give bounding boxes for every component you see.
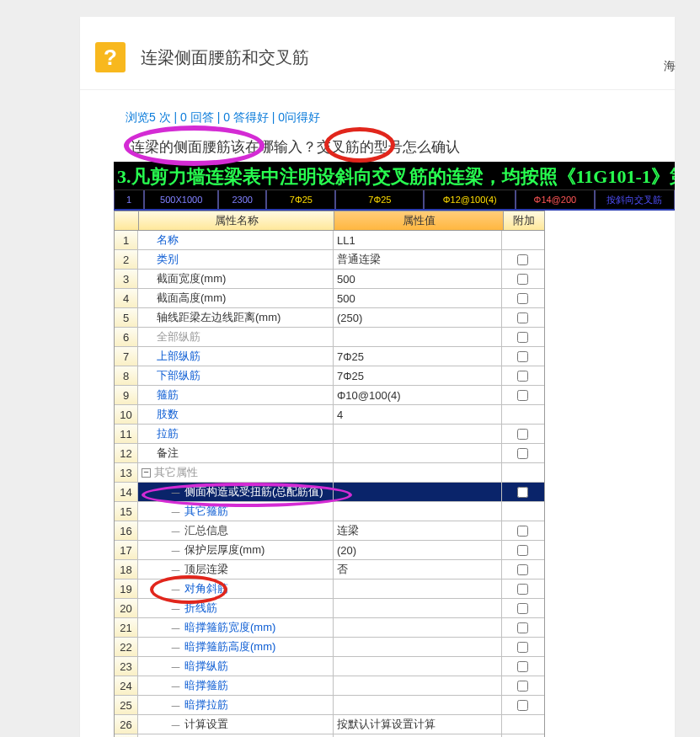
row-value[interactable] [334, 696, 502, 714]
addon-checkbox[interactable] [517, 254, 528, 265]
row-name[interactable]: ⸺汇总信息 [138, 521, 334, 540]
row-name[interactable]: ⸺其它箍筋 [138, 502, 334, 521]
row-value[interactable]: 500 [334, 289, 502, 307]
addon-checkbox[interactable] [517, 661, 528, 672]
row-value[interactable]: (20) [334, 541, 502, 559]
row-value[interactable] [334, 599, 502, 617]
table-row[interactable]: 23⸺暗撑纵筋 [115, 657, 544, 676]
table-row[interactable]: 12备注 [115, 444, 544, 463]
row-value[interactable] [334, 638, 502, 656]
table-row[interactable]: 2类别普通连梁 [115, 250, 544, 270]
addon-checkbox[interactable] [517, 351, 528, 362]
row-value[interactable] [334, 444, 502, 462]
row-value[interactable]: LL1 [334, 231, 502, 249]
addon-checkbox[interactable] [517, 564, 528, 575]
row-name[interactable]: ⸺折线筋 [138, 599, 334, 617]
row-name[interactable]: ⸺侧面构造或受扭筋(总配筋值) [138, 483, 334, 501]
addon-checkbox[interactable] [517, 603, 528, 614]
row-name[interactable]: 拉筋 [138, 425, 334, 443]
row-value[interactable]: Φ10@100(4) [334, 386, 502, 404]
row-name[interactable]: 下部纵筋 [138, 366, 334, 385]
row-value[interactable] [334, 463, 502, 482]
row-name[interactable]: 截面宽度(mm) [138, 270, 334, 288]
table-row[interactable]: 4截面高度(mm)500 [115, 289, 544, 308]
table-row[interactable]: 10肢数4 [115, 405, 544, 425]
row-name[interactable]: ⸺对角斜筋 [138, 579, 334, 598]
row-name[interactable]: ⸺暗撑拉筋 [138, 696, 334, 714]
row-value[interactable]: 500 [334, 270, 502, 288]
row-value[interactable] [334, 618, 502, 637]
row-name[interactable]: 上部纵筋 [138, 347, 334, 366]
row-name[interactable]: 名称 [138, 231, 334, 249]
row-name[interactable]: 轴线距梁左边线距离(mm) [138, 308, 334, 327]
table-row[interactable]: 9箍筋Φ10@100(4) [115, 386, 544, 405]
row-name[interactable]: 截面高度(mm) [138, 289, 334, 307]
row-name[interactable]: 肢数 [138, 405, 334, 424]
row-name[interactable]: 备注 [138, 444, 334, 462]
addon-checkbox[interactable] [517, 332, 528, 343]
row-name[interactable]: ⸺顶层连梁 [138, 560, 334, 579]
table-row[interactable]: 8下部纵筋7Φ25 [115, 366, 544, 386]
row-name[interactable]: ⸺暗撑箍筋高度(mm) [138, 638, 334, 656]
addon-checkbox[interactable] [517, 448, 528, 459]
addon-checkbox[interactable] [517, 487, 528, 498]
addon-checkbox[interactable] [517, 545, 528, 556]
table-row[interactable]: 15⸺其它箍筋 [115, 502, 544, 521]
table-row[interactable]: 22⸺暗撑箍筋高度(mm) [115, 638, 544, 657]
stats-line[interactable]: 浏览5 次 | 0 回答 | 0 答得好 | 0问得好 [126, 110, 675, 126]
table-row[interactable]: 1名称LL1 [115, 231, 544, 250]
table-row[interactable]: 18⸺顶层连梁否 [115, 560, 544, 579]
row-name[interactable]: ⸺暗撑纵筋 [138, 657, 334, 676]
row-value[interactable] [334, 328, 502, 346]
row-value[interactable]: 连梁 [334, 521, 502, 540]
row-name[interactable]: 类别 [138, 250, 334, 269]
row-value[interactable]: 否 [334, 560, 502, 579]
table-row[interactable]: 26⸺计算设置按默认计算设置计算 [115, 715, 544, 734]
addon-checkbox[interactable] [517, 681, 528, 692]
addon-checkbox[interactable] [517, 274, 528, 285]
table-row[interactable]: 11拉筋 [115, 425, 544, 444]
table-row[interactable]: 24⸺暗撑箍筋 [115, 676, 544, 696]
addon-checkbox[interactable] [517, 371, 528, 382]
addon-checkbox[interactable] [517, 584, 528, 595]
row-value[interactable]: 普通连梁 [334, 250, 502, 269]
addon-checkbox[interactable] [517, 622, 528, 633]
row-name[interactable]: ⸺暗撑箍筋 [138, 676, 334, 695]
table-row[interactable]: 14⸺侧面构造或受扭筋(总配筋值) [115, 483, 544, 502]
collapse-icon[interactable]: − [142, 468, 151, 478]
row-value[interactable] [334, 483, 502, 501]
addon-checkbox[interactable] [517, 312, 528, 323]
table-row[interactable]: 19⸺对角斜筋 [115, 579, 544, 599]
addon-checkbox[interactable] [517, 390, 528, 401]
row-name[interactable]: ⸺计算设置 [138, 715, 334, 734]
table-row[interactable]: 17⸺保护层厚度(mm)(20) [115, 541, 544, 560]
addon-checkbox[interactable] [517, 700, 528, 711]
table-row[interactable]: 3截面宽度(mm)500 [115, 270, 544, 289]
row-value[interactable] [334, 657, 502, 676]
row-value[interactable]: 7Φ25 [334, 347, 502, 366]
row-value[interactable]: 4 [334, 405, 502, 424]
row-name[interactable]: 全部纵筋 [138, 328, 334, 346]
table-row[interactable]: 16⸺汇总信息连梁 [115, 521, 544, 541]
table-row[interactable]: 20⸺折线筋 [115, 599, 544, 618]
row-value[interactable] [334, 425, 502, 443]
table-row[interactable]: 21⸺暗撑箍筋宽度(mm) [115, 618, 544, 638]
row-name[interactable]: ⸺暗撑箍筋宽度(mm) [138, 618, 334, 637]
row-value[interactable] [334, 676, 502, 695]
row-value[interactable] [334, 579, 502, 598]
table-row[interactable]: 5轴线距梁左边线距离(mm)(250) [115, 308, 544, 328]
row-value[interactable]: (250) [334, 308, 502, 327]
addon-checkbox[interactable] [517, 526, 528, 537]
addon-checkbox[interactable] [517, 293, 528, 304]
addon-checkbox[interactable] [517, 429, 528, 440]
table-row[interactable]: 13−其它属性 [115, 463, 544, 483]
table-row[interactable]: 25⸺暗撑拉筋 [115, 696, 544, 715]
row-name[interactable]: −其它属性 [138, 463, 334, 482]
table-row[interactable]: 7上部纵筋7Φ25 [115, 347, 544, 366]
row-name[interactable]: ⸺保护层厚度(mm) [138, 541, 334, 559]
table-row[interactable]: 6全部纵筋 [115, 328, 544, 347]
row-name[interactable]: 箍筋 [138, 386, 334, 404]
addon-checkbox[interactable] [517, 642, 528, 653]
row-value[interactable] [334, 502, 502, 521]
row-value[interactable]: 按默认计算设置计算 [334, 715, 502, 734]
